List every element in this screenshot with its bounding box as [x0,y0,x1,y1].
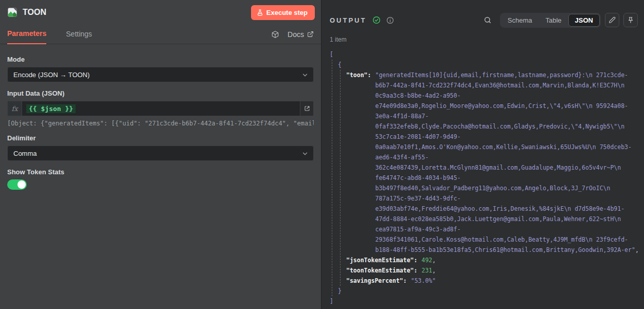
input-data-expression-field: fx {{ $json }} [7,101,314,116]
savingsPercent-value: "53.0%" [411,277,436,284]
output-title: OUTPUT [330,16,366,24]
output-header: OUTPUT [330,11,638,29]
docs-link[interactable]: Docs [288,30,314,39]
json-output-viewer[interactable]: [ { "toon": "generatedItems[10]{uid,emai… [321,49,644,306]
search-icon[interactable] [484,16,492,24]
items-count: 1 item [330,36,636,43]
show-token-stats-toggle[interactable] [7,179,27,190]
indent-guide [332,60,332,296]
json-field-toon: "toon": "generatedItems[10]{uid,email,fi… [330,70,639,255]
toggle-knob [17,180,26,189]
delimiter-label: Delimiter [7,134,314,142]
json-field-toonTokenEstimate: "toonTokenEstimate": 231, [330,265,639,276]
output-panel: OUTPUT [321,0,644,309]
json-brace-open: { [330,60,639,70]
toon-value: "generatedItems[10]{uid,email,firstname,… [375,71,635,253]
json-bracket-close: ] [330,296,639,306]
expression-input[interactable]: {{ $json }} [22,101,300,116]
json-bracket-open: [ [330,49,639,60]
json-field-jsonTokenEstimate: "jsonTokenEstimate": 492, [330,255,639,265]
node-tabbar: Parameters Settings Docs [0,25,321,44]
execute-step-button[interactable]: Execute step [251,5,315,20]
flask-icon [257,9,263,16]
input-data-label: Input Data (JSON) [7,89,314,97]
toonTokenEstimate-value: 231 [421,267,432,274]
mode-label: Mode [7,56,314,63]
parameters-form: Mode Encode (JSON → TOON) Input Data (JS… [0,44,321,194]
show-token-stats-label: Show Token Stats [7,168,314,176]
info-icon[interactable] [386,16,394,24]
edit-output-button[interactable] [605,13,619,27]
expression-preview: [Object: {"generatedItems": [{"uid": "27… [7,120,314,127]
fx-icon: fx [8,101,22,116]
chevron-down-icon [301,71,309,79]
toon-node-icon [7,7,17,17]
cube-icon[interactable] [271,30,279,39]
jsonTokenEstimate-value: 492 [421,257,432,264]
success-check-icon [372,16,381,24]
delimiter-select[interactable]: Comma [7,146,314,161]
view-tab-table[interactable]: Table [539,14,568,27]
view-tab-schema[interactable]: Schema [501,14,539,27]
external-link-icon [307,31,314,38]
output-view-switcher: Schema Table JSON [500,13,601,28]
ndv-panel: TOON Execute step Parameters Settings [0,0,644,309]
node-title: TOON [23,8,46,17]
mode-select[interactable]: Encode (JSON → TOON) [7,67,314,82]
pin-data-button[interactable] [623,13,638,27]
node-settings-panel: TOON Execute step Parameters Settings [0,0,321,309]
chevron-down-icon [301,150,309,157]
json-brace-close: } [330,286,639,296]
expand-expression-button[interactable] [300,101,313,116]
json-field-savingsPercent: "savingsPercent": "53.0%" [330,276,639,286]
tab-parameters[interactable]: Parameters [7,25,46,44]
indent-guide [340,70,341,286]
node-header: TOON Execute step [0,0,321,25]
tab-settings[interactable]: Settings [66,25,92,44]
view-tab-json[interactable]: JSON [568,14,600,27]
